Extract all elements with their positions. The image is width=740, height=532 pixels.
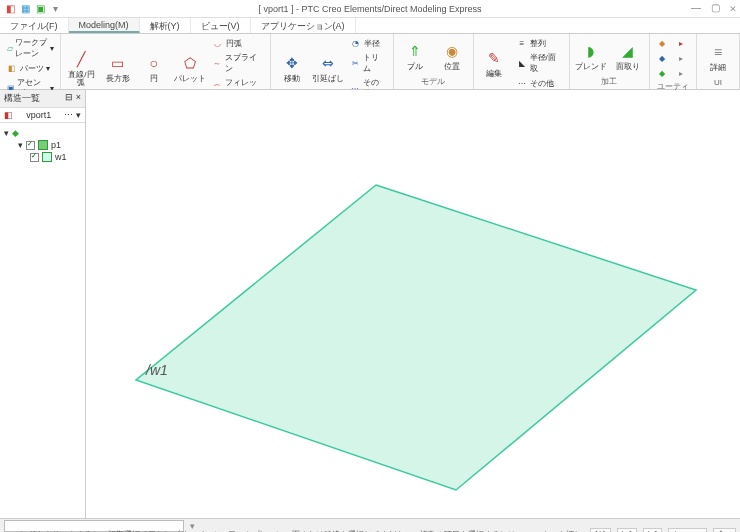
rectangle-button[interactable]: ▭長方形 [101, 53, 134, 83]
parts-button[interactable]: ◧パーツ▾ [4, 61, 56, 75]
visibility-checkbox[interactable] [30, 153, 39, 162]
util-icon: ◆ [656, 37, 668, 49]
status-right: AIA /w1 /p1 キャッチ 全て [590, 528, 736, 533]
line-arc-button[interactable]: ╱直線/円弧 [65, 49, 98, 87]
root-icon: ◆ [12, 128, 19, 138]
util-button[interactable]: ◆ [654, 51, 670, 65]
stretch-button[interactable]: ⇔引延ばし [311, 53, 344, 83]
trim-button[interactable]: ✂トリム [348, 51, 389, 75]
group-label: 加工 [574, 75, 645, 87]
group-machining: ◗ブレンド ◢面取り 加工 [570, 34, 650, 89]
qat-icon[interactable]: ◧ [4, 2, 17, 15]
panel-toolbar: ◧ vport1 ⋯ ▾ [0, 108, 85, 123]
chamfer3d-button[interactable]: ◢面取り [611, 41, 645, 71]
palette-button[interactable]: ⬠パレット [173, 53, 206, 83]
group-draw: ╱直線/円弧 ▭長方形 ○円 ⬠パレット ◡円弧 ～スプライン ⌒フィレット 作… [61, 34, 271, 89]
minimize-button[interactable]: — [691, 2, 701, 14]
tree-item-root[interactable]: ▾ ◆ [4, 127, 81, 139]
tab-file[interactable]: ファイル(F) [0, 18, 69, 33]
util-button[interactable]: ▸ [673, 51, 689, 65]
qat-icon[interactable]: ▦ [19, 2, 32, 15]
util-button[interactable]: ▸ [673, 36, 689, 50]
status-p1[interactable]: /p1 [643, 528, 662, 533]
tree-item-w1[interactable]: w1 [4, 151, 81, 163]
tab-analysis[interactable]: 解析(Y) [140, 18, 191, 33]
group-2dedit: ✥移動 ⇔引延ばし ◔半径 ✂トリム ⋯その他 2D 編集 [271, 34, 393, 89]
window-controls: — ▢ ⨉ [691, 2, 736, 14]
group-model: ⇑プル ◉位置 モデル [394, 34, 474, 89]
tab-view[interactable]: ビュー(V) [191, 18, 251, 33]
workplane-button[interactable]: ▱ワークプレーン▾ [4, 36, 56, 60]
viewport-canvas[interactable]: /w1 [86, 90, 740, 518]
detail-icon: ≡ [708, 42, 728, 62]
util-button[interactable]: ◆ [654, 66, 670, 80]
group-utility: ◆ ◆ ◆ ▸ ▸ ▸ ユーティリティ [650, 34, 697, 89]
parts-icon: ◧ [6, 62, 18, 74]
group-label: UI [701, 77, 735, 87]
chevron-down-icon[interactable]: ⋯ ▾ [64, 110, 81, 120]
util-icon: ▸ [675, 67, 687, 79]
other3d-button[interactable]: ⋯その他 [514, 76, 565, 90]
align-button[interactable]: ≡整列 [514, 36, 565, 50]
rect-icon: ▭ [108, 53, 128, 73]
radius-button[interactable]: ◔半径 [348, 36, 389, 50]
status-catch[interactable]: キャッチ [668, 528, 707, 533]
blend-icon: ◗ [581, 41, 601, 61]
circle-button[interactable]: ○円 [137, 53, 170, 83]
util-icon: ▸ [675, 52, 687, 64]
util-icon: ◆ [656, 67, 668, 79]
workplane-label: /w1 [145, 362, 168, 378]
move-button[interactable]: ✥移動 [275, 53, 308, 83]
workplane-icon: ▱ [6, 42, 13, 54]
visibility-checkbox[interactable] [26, 141, 35, 150]
spline-icon: ～ [212, 57, 224, 69]
circle-icon: ○ [144, 53, 164, 73]
move-icon: ✥ [282, 53, 302, 73]
quick-access-toolbar: ◧ ▦ ▣ ▾ [4, 2, 62, 15]
tab-modeling[interactable]: Modeling(M) [69, 18, 140, 33]
pull-button[interactable]: ⇑プル [398, 41, 432, 71]
expand-icon[interactable]: ▾ [18, 140, 23, 150]
qat-icon[interactable]: ▣ [34, 2, 47, 15]
expand-icon[interactable]: ▾ [4, 128, 9, 138]
qat-icon[interactable]: ▾ [49, 2, 62, 15]
group-label: モデル [398, 75, 469, 87]
part-icon [38, 140, 48, 150]
position-icon: ◉ [442, 41, 462, 61]
edit-button[interactable]: ✎編集 [478, 48, 511, 78]
util-button[interactable]: ◆ [654, 36, 670, 50]
3d-viewport[interactable]: /w1 [86, 90, 740, 518]
radius-icon: ◔ [350, 37, 362, 49]
spline-button[interactable]: ～スプライン [210, 51, 267, 75]
polygon-icon: ⬠ [180, 53, 200, 73]
ribbon-tabs: ファイル(F) Modeling(M) 解析(Y) ビュー(V) アプリケーショ… [0, 18, 740, 34]
line-icon: ╱ [71, 49, 91, 69]
status-aia[interactable]: AIA [590, 528, 611, 533]
workplane-surface[interactable] [136, 185, 696, 490]
position-button[interactable]: ◉位置 [435, 41, 469, 71]
tree-item-p1[interactable]: ▾ p1 [4, 139, 81, 151]
align-icon: ≡ [516, 37, 528, 49]
close-button[interactable]: ⨉ [730, 2, 736, 14]
tab-application[interactable]: アプリケーション(A) [251, 18, 356, 33]
edit-icon: ✎ [484, 48, 504, 68]
panel-header: 構造一覧 ⊟ × [0, 90, 85, 108]
ribbon: ▱ワークプレーン▾ ◧パーツ▾ ▣アセンブリ▾ 新規 ╱直線/円弧 ▭長方形 ○… [0, 34, 740, 90]
detail-button[interactable]: ≡詳細 [701, 42, 735, 72]
panel-pin-icon[interactable]: ⊟ × [65, 92, 81, 105]
structure-panel: 構造一覧 ⊟ × ◧ vport1 ⋯ ▾ ▾ ◆ ▾ p1 w1 [0, 90, 86, 518]
blend-button[interactable]: ◗ブレンド [574, 41, 608, 71]
chamfer-button[interactable]: ◣半径/面取 [514, 51, 565, 75]
arc-button[interactable]: ◡円弧 [210, 36, 267, 50]
group-quick: ▱ワークプレーン▾ ◧パーツ▾ ▣アセンブリ▾ 新規 [0, 34, 61, 89]
maximize-button[interactable]: ▢ [711, 2, 720, 14]
chamfer-icon: ◣ [516, 57, 528, 69]
status-all[interactable]: 全て [713, 528, 736, 533]
status-hint: コマンドをクリックするか、初期選択でアセンブリ、パーツ、ワークプレーン、面または… [4, 529, 590, 533]
main-area: 構造一覧 ⊟ × ◧ vport1 ⋯ ▾ ▾ ◆ ▾ p1 w1 [0, 90, 740, 518]
pull-icon: ⇑ [405, 41, 425, 61]
util-button[interactable]: ▸ [673, 66, 689, 80]
structure-tree[interactable]: ▾ ◆ ▾ p1 w1 [0, 123, 85, 167]
titlebar: ◧ ▦ ▣ ▾ [ vport1 ] - PTC Creo Elements/D… [0, 0, 740, 18]
status-w1[interactable]: /w1 [617, 528, 637, 533]
